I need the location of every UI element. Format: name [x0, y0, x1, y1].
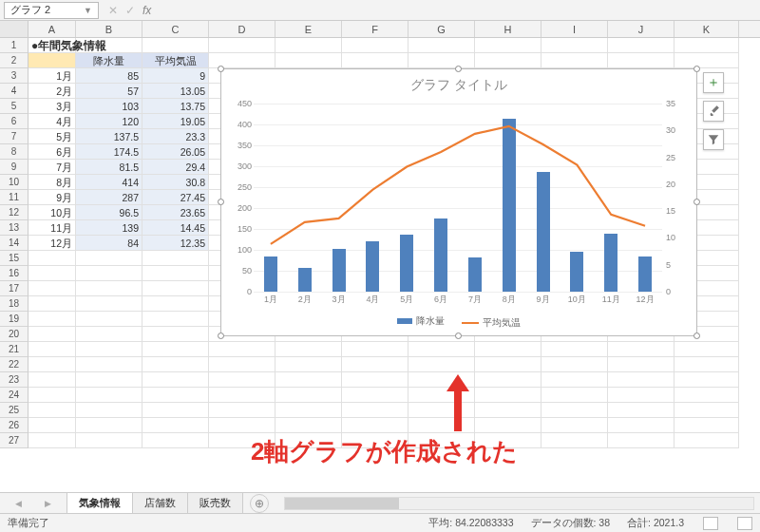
- cell[interactable]: [674, 372, 739, 388]
- cell[interactable]: [142, 403, 209, 418]
- row-header[interactable]: 24: [0, 388, 28, 403]
- cell[interactable]: 23.65: [142, 205, 209, 220]
- cell[interactable]: 11月: [28, 220, 76, 236]
- cell[interactable]: [674, 433, 739, 448]
- cell[interactable]: [342, 342, 408, 357]
- resize-handle[interactable]: [218, 332, 224, 339]
- cell[interactable]: [28, 266, 76, 281]
- row-header[interactable]: 25: [0, 403, 28, 418]
- cell[interactable]: [142, 38, 209, 53]
- cell[interactable]: [276, 53, 342, 68]
- cell[interactable]: [142, 266, 209, 281]
- cell[interactable]: [674, 53, 739, 68]
- cell[interactable]: 13.05: [142, 84, 209, 99]
- cell[interactable]: [142, 372, 209, 388]
- cell[interactable]: 3月: [28, 99, 76, 114]
- cell[interactable]: [475, 38, 542, 53]
- worksheet-grid[interactable]: 1234567891011121314151617181920212223242…: [0, 38, 760, 494]
- row-header[interactable]: 8: [0, 144, 28, 160]
- cell[interactable]: [76, 342, 142, 357]
- view-page-layout-button[interactable]: [737, 517, 752, 530]
- cell[interactable]: [28, 403, 76, 418]
- sheet-tab[interactable]: 店舗数: [132, 492, 188, 515]
- cell[interactable]: [342, 38, 408, 53]
- cell[interactable]: [276, 418, 342, 433]
- cell[interactable]: 29.4: [142, 160, 209, 175]
- cell[interactable]: [276, 38, 342, 53]
- cell[interactable]: [142, 433, 209, 448]
- resize-handle[interactable]: [455, 66, 462, 72]
- resize-handle[interactable]: [218, 199, 224, 205]
- cell[interactable]: 26.05: [142, 144, 209, 160]
- cell[interactable]: [475, 357, 542, 372]
- cell[interactable]: [542, 38, 608, 53]
- cell[interactable]: [475, 403, 542, 418]
- resize-handle[interactable]: [694, 332, 700, 339]
- cell[interactable]: [28, 372, 76, 388]
- resize-handle[interactable]: [694, 66, 700, 72]
- row-header[interactable]: 17: [0, 281, 28, 296]
- cell[interactable]: [28, 433, 76, 448]
- row-header[interactable]: 16: [0, 266, 28, 281]
- cell[interactable]: 2月: [28, 84, 76, 99]
- cell[interactable]: 96.5: [76, 205, 142, 220]
- cell[interactable]: [674, 418, 739, 433]
- cell[interactable]: [142, 342, 209, 357]
- cell[interactable]: [608, 38, 674, 53]
- cell[interactable]: [542, 418, 608, 433]
- column-header[interactable]: H: [475, 21, 542, 37]
- cell[interactable]: [209, 418, 276, 433]
- chart-styles-button[interactable]: [703, 101, 724, 122]
- cell[interactable]: 81.5: [76, 160, 142, 175]
- cell[interactable]: 120: [76, 114, 142, 129]
- cell[interactable]: [342, 418, 408, 433]
- cell[interactable]: [608, 388, 674, 403]
- chevron-down-icon[interactable]: ▼: [84, 6, 92, 15]
- cell[interactable]: [542, 53, 608, 68]
- cell[interactable]: [209, 403, 276, 418]
- cell[interactable]: [674, 342, 739, 357]
- cell[interactable]: [542, 342, 608, 357]
- cell[interactable]: [342, 403, 408, 418]
- horizontal-scrollbar[interactable]: [284, 497, 754, 510]
- cell[interactable]: [76, 296, 142, 312]
- chart-filter-button[interactable]: [703, 129, 724, 150]
- resize-handle[interactable]: [694, 199, 700, 205]
- cell[interactable]: [76, 388, 142, 403]
- cell[interactable]: [76, 251, 142, 266]
- cell[interactable]: [542, 403, 608, 418]
- resize-handle[interactable]: [455, 332, 462, 339]
- cell[interactable]: [408, 38, 475, 53]
- tab-nav[interactable]: ◀▶: [0, 499, 66, 508]
- cell[interactable]: 85: [76, 68, 142, 84]
- column-header[interactable]: I: [542, 21, 608, 37]
- select-all-corner[interactable]: [0, 21, 28, 37]
- cell[interactable]: [542, 372, 608, 388]
- row-header[interactable]: 9: [0, 160, 28, 175]
- row-header[interactable]: 12: [0, 205, 28, 220]
- scrollbar-thumb[interactable]: [285, 498, 399, 509]
- cell[interactable]: [542, 357, 608, 372]
- cell[interactable]: ●年間気象情報: [28, 38, 76, 53]
- cell[interactable]: 19.05: [142, 114, 209, 129]
- row-header[interactable]: 19: [0, 312, 28, 327]
- row-header[interactable]: 18: [0, 296, 28, 312]
- cell[interactable]: [142, 418, 209, 433]
- cell[interactable]: [475, 53, 542, 68]
- cell[interactable]: [142, 312, 209, 327]
- cell[interactable]: [209, 372, 276, 388]
- chart-add-element-button[interactable]: ＋: [703, 72, 724, 93]
- cell[interactable]: 4月: [28, 114, 76, 129]
- cell[interactable]: 7月: [28, 160, 76, 175]
- column-header[interactable]: F: [342, 21, 408, 37]
- row-header[interactable]: 11: [0, 190, 28, 205]
- cell[interactable]: 57: [76, 84, 142, 99]
- column-header[interactable]: B: [76, 21, 142, 37]
- cell[interactable]: [76, 403, 142, 418]
- cell[interactable]: [342, 388, 408, 403]
- cell[interactable]: [28, 388, 76, 403]
- cell[interactable]: 13.75: [142, 99, 209, 114]
- cell[interactable]: [542, 433, 608, 448]
- cell[interactable]: 10月: [28, 205, 76, 220]
- column-header[interactable]: K: [674, 21, 739, 37]
